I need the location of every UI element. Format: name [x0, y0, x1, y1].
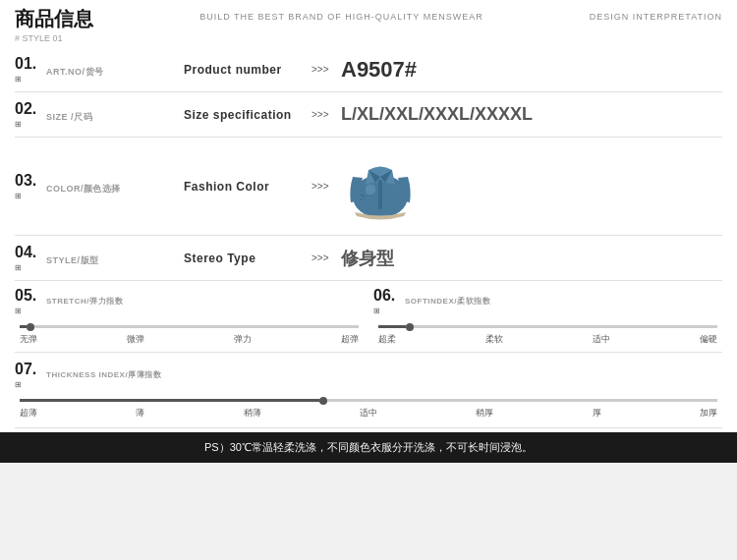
- thickness-thumb: [319, 397, 327, 405]
- row-arrow-1: >>>: [312, 64, 341, 75]
- row5-header: 05. ⊞ STRETCH/弹力指数: [15, 287, 364, 315]
- jacket-image: [341, 145, 420, 224]
- row-label-3: COLOR/颜色选择: [46, 178, 184, 196]
- row-num-7: 07. ⊞: [15, 361, 46, 389]
- soft-track: [378, 325, 717, 328]
- row-value-4: 修身型: [341, 247, 722, 270]
- row-value-1: A9507#: [341, 57, 722, 83]
- page-wrapper: 商品信息 # STYLE 01 BUILD THE BEST BRAND OF …: [0, 0, 737, 463]
- row-stretch: 05. ⊞ STRETCH/弹力指数 无弹 微弹 弹力 超弹: [15, 281, 364, 352]
- top-header: 商品信息 # STYLE 01 BUILD THE BEST BRAND OF …: [0, 0, 737, 47]
- header-left: 商品信息 # STYLE 01: [15, 6, 93, 43]
- row-arrow-3: >>>: [312, 181, 341, 192]
- soft-labels: 超柔 柔软 适中 偏硬: [378, 333, 717, 346]
- row-label-1: ART.NO/货号: [46, 61, 184, 79]
- row-label-4: STYLE/版型: [46, 250, 184, 267]
- soft-fill: [378, 325, 406, 328]
- stretch-fill: [20, 325, 27, 328]
- stretch-labels: 无弹 微弹 弹力 超弹: [20, 333, 359, 346]
- grid-icon-7: ⊞: [15, 380, 46, 389]
- row-value-2: L/XL/XXL/XXXL/XXXXL: [341, 104, 722, 125]
- row-56-container: 05. ⊞ STRETCH/弹力指数 无弹 微弹 弹力 超弹: [15, 281, 722, 353]
- grid-icon-6: ⊞: [373, 307, 405, 315]
- row-arrow-2: >>>: [312, 109, 341, 120]
- row-value-3: [341, 145, 722, 227]
- row-product-number: 01. ⊞ ART.NO/货号 Product number >>> A9507…: [15, 47, 722, 92]
- soft-slider: 超柔 柔软 适中 偏硬: [373, 325, 722, 346]
- row-num-2: 02. ⊞: [15, 100, 46, 129]
- page-subtitle: # STYLE 01: [15, 33, 93, 43]
- stretch-slider: 无弹 微弹 弹力 超弹: [15, 325, 364, 346]
- header-center-text: BUILD THE BEST BRAND OF HIGH-QUALITY MEN…: [199, 6, 483, 22]
- header-right-text: DESIGN INTERPRETATION: [590, 6, 722, 22]
- row-style: 04. ⊞ STYLE/版型 Stereo Type >>> 修身型: [15, 236, 722, 281]
- stretch-thumb: [27, 323, 34, 331]
- grid-icon-1: ⊞: [15, 75, 46, 84]
- row-softindex: 06. ⊞ SOFTINDEX/柔软指数 超柔 柔软 适中 偏硬: [364, 281, 722, 352]
- thickness-labels: 超薄 薄 稍薄 适中 稍厚 厚 加厚: [20, 407, 717, 420]
- row-num-1: 01. ⊞: [15, 55, 46, 84]
- grid-icon-2: ⊞: [15, 120, 46, 129]
- bottom-bar: PS）30℃常温轻柔洗涤，不同颜色衣服分开洗涤，不可长时间浸泡。: [0, 432, 737, 463]
- grid-icon-5: ⊞: [15, 307, 46, 315]
- grid-icon-4: ⊞: [15, 263, 46, 272]
- row-desc-3: Fashion Color: [184, 180, 312, 194]
- row-desc-1: Product number: [184, 63, 312, 77]
- svg-point-4: [365, 184, 376, 196]
- row-label-2: SIZE /尺码: [46, 106, 184, 124]
- thickness-fill: [20, 399, 319, 402]
- svg-rect-1: [378, 180, 382, 209]
- thickness-track: [20, 399, 717, 402]
- row-desc-4: Stereo Type: [184, 252, 312, 265]
- row-color: 03. ⊞ COLOR/颜色选择 Fashion Color >>>: [15, 138, 722, 236]
- row6-header: 06. ⊞ SOFTINDEX/柔软指数: [373, 287, 722, 315]
- row-size: 02. ⊞ SIZE /尺码 Size specification >>> L/…: [15, 92, 722, 138]
- soft-thumb: [406, 323, 414, 331]
- grid-icon-3: ⊞: [15, 192, 46, 200]
- page-title: 商品信息: [15, 6, 93, 32]
- row-thickness: 07. ⊞ THICKNESS INDEX/厚薄指数 超薄 薄 稍薄 适中 稍厚…: [15, 353, 722, 428]
- stretch-track: [20, 325, 359, 328]
- row-num-6: 06. ⊞: [373, 287, 405, 315]
- row-num-4: 04. ⊞: [15, 244, 46, 272]
- thickness-slider: 超薄 薄 稍薄 适中 稍厚 厚 加厚: [15, 399, 722, 420]
- row-arrow-4: >>>: [312, 252, 341, 263]
- row-num-5: 05. ⊞: [15, 287, 46, 315]
- row-num-3: 03. ⊞: [15, 172, 46, 200]
- bottom-bar-text: PS）30℃常温轻柔洗涤，不同颜色衣服分开洗涤，不可长时间浸泡。: [204, 441, 533, 453]
- row7-header: 07. ⊞ THICKNESS INDEX/厚薄指数: [15, 361, 722, 389]
- row-desc-2: Size specification: [184, 108, 312, 122]
- main-content: 01. ⊞ ART.NO/货号 Product number >>> A9507…: [0, 47, 737, 428]
